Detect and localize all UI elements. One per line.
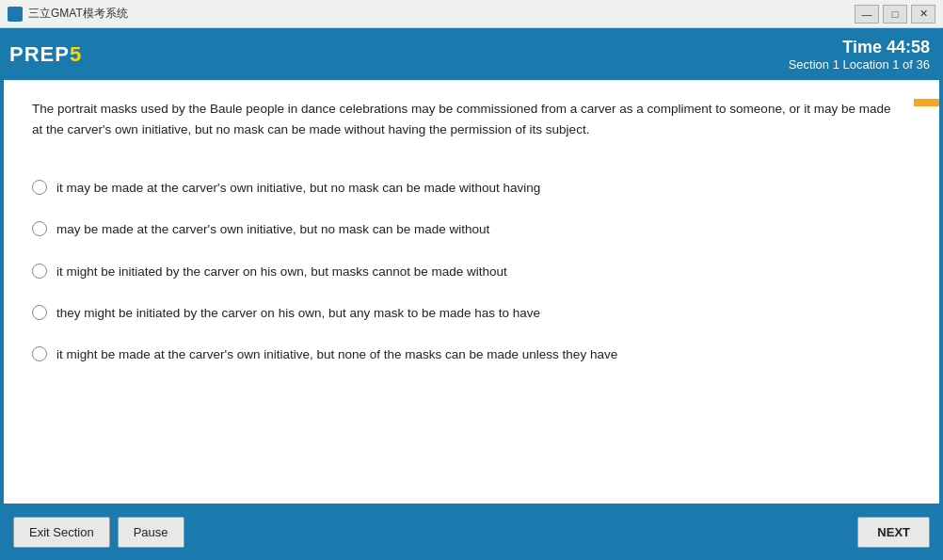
app-icon (8, 7, 23, 22)
section-info: Section 1 Location 1 of 36 (789, 57, 930, 72)
option-text-c: it might be initiated by the carver on h… (56, 263, 507, 281)
pause-button[interactable]: Pause (118, 517, 184, 548)
answer-option-e[interactable]: it might be made at the carver's own ini… (32, 334, 911, 376)
exit-section-button[interactable]: Exit Section (13, 517, 110, 548)
radio-d[interactable] (32, 305, 47, 320)
radio-c[interactable] (32, 264, 47, 279)
bottom-left-buttons: Exit Section Pause (13, 517, 184, 548)
option-text-e: it might be made at the carver's own ini… (56, 345, 617, 364)
prep-number: 5 (70, 42, 82, 66)
main-content: 纠错 The portrait masks used by the Baule … (4, 80, 939, 504)
answer-option-c[interactable]: it might be initiated by the carver on h… (32, 251, 911, 293)
option-text-b: may be made at the carver's own initiati… (56, 220, 489, 239)
radio-e[interactable] (32, 346, 47, 361)
time-display: Time 44:58 (789, 38, 930, 57)
answer-option-a[interactable]: it may be made at the carver's own initi… (32, 168, 911, 209)
title-bar-left: 三立GMAT模考系统 (8, 6, 128, 22)
question-passage: The portrait masks used by the Baule peo… (32, 99, 898, 139)
radio-b[interactable] (32, 221, 47, 236)
option-text-a: it may be made at the carver's own initi… (56, 179, 540, 198)
option-text-d: they might be initiated by the carver on… (56, 304, 540, 323)
header-bar: PREP5 Time 44:58 Section 1 Location 1 of… (0, 28, 943, 80)
feedback-button[interactable]: 纠错 (914, 99, 939, 106)
next-button[interactable]: NEXT (857, 517, 930, 548)
answer-option-d[interactable]: they might be initiated by the carver on… (32, 293, 911, 334)
minimize-button[interactable]: — (855, 5, 879, 24)
radio-a[interactable] (32, 180, 47, 195)
title-bar-controls[interactable]: — □ ✕ (855, 5, 935, 24)
prep-logo: PREP5 (9, 42, 82, 67)
app-title: 三立GMAT模考系统 (28, 6, 128, 22)
answer-options: it may be made at the carver's own initi… (32, 168, 911, 376)
maximize-button[interactable]: □ (883, 5, 907, 24)
title-bar: 三立GMAT模考系统 — □ ✕ (0, 0, 943, 28)
header-right: Time 44:58 Section 1 Location 1 of 36 (789, 38, 930, 72)
answer-option-b[interactable]: may be made at the carver's own initiati… (32, 209, 911, 250)
close-button[interactable]: ✕ (911, 5, 935, 24)
bottom-bar: Exit Section Pause NEXT (0, 504, 943, 560)
